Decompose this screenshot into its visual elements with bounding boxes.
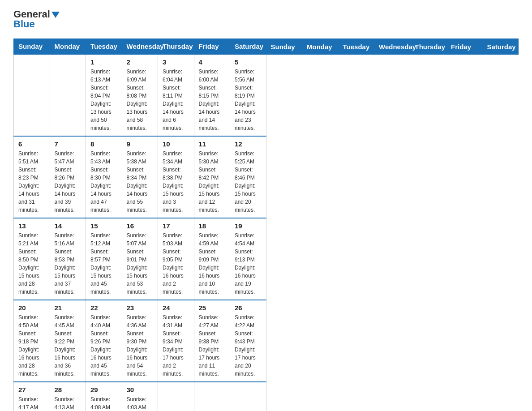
day-info: Sunrise: 4:08 AM Sunset: 9:56 PM Dayligh… <box>90 395 117 411</box>
day-info: Sunrise: 5:03 AM Sunset: 9:05 PM Dayligh… <box>163 231 189 296</box>
day-info: Sunrise: 5:16 AM Sunset: 8:53 PM Dayligh… <box>55 231 82 296</box>
calendar-cell: 29Sunrise: 4:08 AM Sunset: 9:56 PM Dayli… <box>86 382 122 411</box>
logo: General Blue <box>13 9 60 30</box>
day-number: 30 <box>127 386 154 394</box>
header-sunday: Sunday <box>14 39 50 55</box>
calendar-cell <box>230 382 266 411</box>
day-number: 20 <box>18 304 45 312</box>
day-info: Sunrise: 4:45 AM Sunset: 9:22 PM Dayligh… <box>55 313 82 378</box>
day-info: Sunrise: 6:09 AM Sunset: 8:08 PM Dayligh… <box>127 68 154 132</box>
calendar-cell: 20Sunrise: 4:50 AM Sunset: 9:18 PM Dayli… <box>14 300 50 382</box>
calendar-cell: 28Sunrise: 4:13 AM Sunset: 9:52 PM Dayli… <box>50 382 86 411</box>
calendar-cell: 1Sunrise: 6:13 AM Sunset: 8:04 PM Daylig… <box>86 54 122 136</box>
day-info: Sunrise: 5:07 AM Sunset: 9:01 PM Dayligh… <box>127 231 154 296</box>
calendar-cell <box>158 382 194 411</box>
calendar-table: SundayMondayTuesdayWednesdayThursdayFrid… <box>13 39 519 411</box>
day-number: 29 <box>90 386 117 394</box>
header-day-sunday: Sunday <box>266 39 302 55</box>
calendar-cell: 21Sunrise: 4:45 AM Sunset: 9:22 PM Dayli… <box>50 300 86 382</box>
day-info: Sunrise: 5:25 AM Sunset: 8:46 PM Dayligh… <box>235 150 262 214</box>
day-number: 11 <box>199 140 226 148</box>
day-info: Sunrise: 6:04 AM Sunset: 8:11 PM Dayligh… <box>163 68 189 132</box>
day-info: Sunrise: 4:40 AM Sunset: 9:26 PM Dayligh… <box>90 313 117 378</box>
calendar-cell <box>50 54 86 136</box>
week-row-5: 27Sunrise: 4:17 AM Sunset: 9:47 PM Dayli… <box>14 382 519 411</box>
day-number: 5 <box>235 58 262 66</box>
day-info: Sunrise: 4:17 AM Sunset: 9:47 PM Dayligh… <box>18 395 45 411</box>
header-day-friday: Friday <box>446 39 483 55</box>
header-friday: Friday <box>194 39 230 55</box>
calendar-cell: 23Sunrise: 4:36 AM Sunset: 9:30 PM Dayli… <box>122 300 158 382</box>
day-info: Sunrise: 4:22 AM Sunset: 9:43 PM Dayligh… <box>235 313 262 378</box>
day-number: 12 <box>235 140 262 148</box>
logo-container: General Blue <box>13 9 60 30</box>
calendar-cell: 26Sunrise: 4:22 AM Sunset: 9:43 PM Dayli… <box>230 300 266 382</box>
day-info: Sunrise: 6:00 AM Sunset: 8:15 PM Dayligh… <box>199 68 226 132</box>
calendar-cell: 25Sunrise: 4:27 AM Sunset: 9:38 PM Dayli… <box>194 300 230 382</box>
week-row-2: 6Sunrise: 5:51 AM Sunset: 8:23 PM Daylig… <box>14 136 519 218</box>
day-number: 17 <box>163 222 189 230</box>
day-info: Sunrise: 5:21 AM Sunset: 8:50 PM Dayligh… <box>18 231 45 296</box>
calendar-cell: 13Sunrise: 5:21 AM Sunset: 8:50 PM Dayli… <box>14 218 50 300</box>
week-row-1: 1Sunrise: 6:13 AM Sunset: 8:04 PM Daylig… <box>14 54 519 136</box>
day-info: Sunrise: 5:43 AM Sunset: 8:30 PM Dayligh… <box>90 150 117 214</box>
day-info: Sunrise: 5:30 AM Sunset: 8:42 PM Dayligh… <box>199 150 226 214</box>
day-info: Sunrise: 4:31 AM Sunset: 9:34 PM Dayligh… <box>163 313 189 378</box>
day-number: 9 <box>127 140 154 148</box>
day-info: Sunrise: 5:51 AM Sunset: 8:23 PM Dayligh… <box>18 150 45 214</box>
header-saturday: Saturday <box>230 39 266 55</box>
day-number: 26 <box>235 304 262 312</box>
day-number: 7 <box>55 140 82 148</box>
day-number: 22 <box>90 304 117 312</box>
week-row-4: 20Sunrise: 4:50 AM Sunset: 9:18 PM Dayli… <box>14 300 519 382</box>
calendar-cell: 22Sunrise: 4:40 AM Sunset: 9:26 PM Dayli… <box>86 300 122 382</box>
calendar-cell: 16Sunrise: 5:07 AM Sunset: 9:01 PM Dayli… <box>122 218 158 300</box>
calendar-cell: 18Sunrise: 4:59 AM Sunset: 9:09 PM Dayli… <box>194 218 230 300</box>
day-info: Sunrise: 4:59 AM Sunset: 9:09 PM Dayligh… <box>199 231 226 296</box>
day-info: Sunrise: 5:56 AM Sunset: 8:19 PM Dayligh… <box>235 68 262 132</box>
day-info: Sunrise: 5:38 AM Sunset: 8:34 PM Dayligh… <box>127 150 154 214</box>
header-day-thursday: Thursday <box>410 39 446 55</box>
day-number: 27 <box>18 386 45 394</box>
day-number: 15 <box>90 222 117 230</box>
week-row-3: 13Sunrise: 5:21 AM Sunset: 8:50 PM Dayli… <box>14 218 519 300</box>
calendar-cell: 12Sunrise: 5:25 AM Sunset: 8:46 PM Dayli… <box>230 136 266 218</box>
day-info: Sunrise: 4:36 AM Sunset: 9:30 PM Dayligh… <box>127 313 154 378</box>
calendar-cell: 11Sunrise: 5:30 AM Sunset: 8:42 PM Dayli… <box>194 136 230 218</box>
day-number: 8 <box>90 140 117 148</box>
logo-triangle-icon <box>51 12 60 18</box>
header-day-wednesday: Wednesday <box>374 39 411 55</box>
calendar-cell <box>194 382 230 411</box>
header-day-saturday: Saturday <box>482 39 519 55</box>
day-info: Sunrise: 4:54 AM Sunset: 9:13 PM Dayligh… <box>235 231 262 296</box>
day-number: 6 <box>18 140 45 148</box>
calendar-cell: 27Sunrise: 4:17 AM Sunset: 9:47 PM Dayli… <box>14 382 50 411</box>
day-number: 16 <box>127 222 154 230</box>
day-info: Sunrise: 5:34 AM Sunset: 8:38 PM Dayligh… <box>163 150 189 214</box>
day-info: Sunrise: 4:50 AM Sunset: 9:18 PM Dayligh… <box>18 313 45 378</box>
header-monday: Monday <box>50 39 86 55</box>
calendar-cell: 8Sunrise: 5:43 AM Sunset: 8:30 PM Daylig… <box>86 136 122 218</box>
header-thursday: Thursday <box>158 39 194 55</box>
calendar-cell <box>14 54 50 136</box>
calendar-cell: 9Sunrise: 5:38 AM Sunset: 8:34 PM Daylig… <box>122 136 158 218</box>
calendar-cell: 2Sunrise: 6:09 AM Sunset: 8:08 PM Daylig… <box>122 54 158 136</box>
day-info: Sunrise: 5:12 AM Sunset: 8:57 PM Dayligh… <box>90 231 117 296</box>
calendar-cell: 10Sunrise: 5:34 AM Sunset: 8:38 PM Dayli… <box>158 136 194 218</box>
header-tuesday: Tuesday <box>86 39 122 55</box>
day-number: 3 <box>163 58 189 66</box>
calendar-cell: 7Sunrise: 5:47 AM Sunset: 8:26 PM Daylig… <box>50 136 86 218</box>
day-number: 2 <box>127 58 154 66</box>
calendar-cell: 19Sunrise: 4:54 AM Sunset: 9:13 PM Dayli… <box>230 218 266 300</box>
calendar-cell: 5Sunrise: 5:56 AM Sunset: 8:19 PM Daylig… <box>230 54 266 136</box>
day-number: 23 <box>127 304 154 312</box>
day-info: Sunrise: 4:03 AM Sunset: 10:00 PM Daylig… <box>127 395 154 411</box>
calendar-cell: 15Sunrise: 5:12 AM Sunset: 8:57 PM Dayli… <box>86 218 122 300</box>
day-number: 19 <box>235 222 262 230</box>
day-info: Sunrise: 5:47 AM Sunset: 8:26 PM Dayligh… <box>55 150 82 214</box>
day-info: Sunrise: 6:13 AM Sunset: 8:04 PM Dayligh… <box>90 68 117 132</box>
header-wednesday: Wednesday <box>122 39 158 55</box>
calendar-cell: 17Sunrise: 5:03 AM Sunset: 9:05 PM Dayli… <box>158 218 194 300</box>
day-number: 14 <box>55 222 82 230</box>
day-info: Sunrise: 4:13 AM Sunset: 9:52 PM Dayligh… <box>55 395 82 411</box>
